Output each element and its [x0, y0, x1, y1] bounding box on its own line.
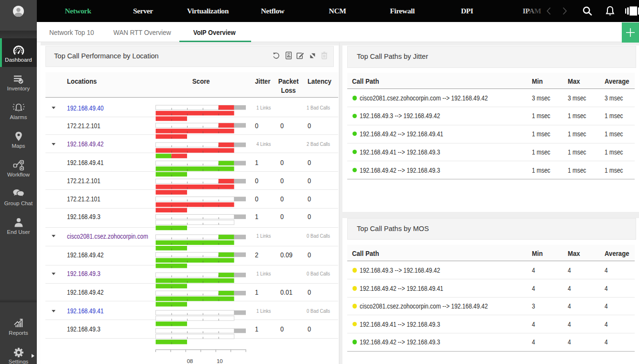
svg-text:10: 10 — [217, 358, 223, 364]
svg-text:08: 08 — [187, 358, 193, 364]
